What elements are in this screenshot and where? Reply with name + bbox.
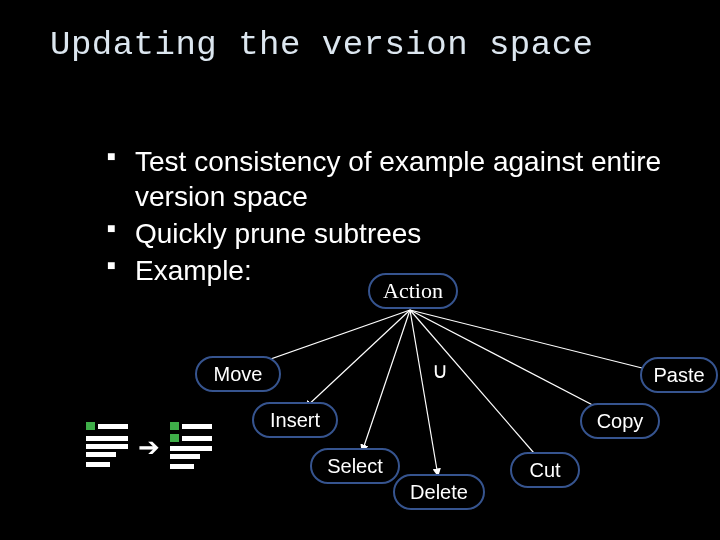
node-copy: Copy [580, 403, 660, 439]
transform-arrow-icon: ➔ [138, 434, 160, 460]
node-label: Copy [597, 410, 644, 433]
svg-line-4 [410, 310, 540, 460]
node-label: Select [327, 455, 383, 478]
node-action: Action [368, 273, 458, 309]
svg-line-6 [410, 310, 670, 375]
node-label: Delete [410, 481, 468, 504]
db-after-icon [166, 418, 216, 474]
node-paste: Paste [640, 357, 718, 393]
node-move: Move [195, 356, 281, 392]
svg-line-1 [305, 310, 410, 408]
svg-line-0 [251, 310, 410, 366]
db-before-icon [82, 418, 132, 474]
node-label: Move [214, 363, 263, 386]
node-label: Insert [270, 409, 320, 432]
svg-line-3 [410, 310, 438, 476]
node-label: Cut [529, 459, 560, 482]
node-label: Paste [653, 364, 704, 387]
svg-line-2 [362, 310, 410, 452]
node-label: Action [383, 278, 443, 304]
bullet-list: Test consistency of example against enti… [95, 144, 695, 290]
bullet-item: Test consistency of example against enti… [135, 144, 695, 214]
slide: Updating the version space Test consiste… [0, 0, 720, 540]
node-delete: Delete [393, 474, 485, 510]
slide-title: Updating the version space [50, 26, 594, 64]
node-cut: Cut [510, 452, 580, 488]
union-symbol: ∪ [432, 358, 448, 384]
bullet-item: Quickly prune subtrees [135, 216, 695, 251]
node-select: Select [310, 448, 400, 484]
node-insert: Insert [252, 402, 338, 438]
